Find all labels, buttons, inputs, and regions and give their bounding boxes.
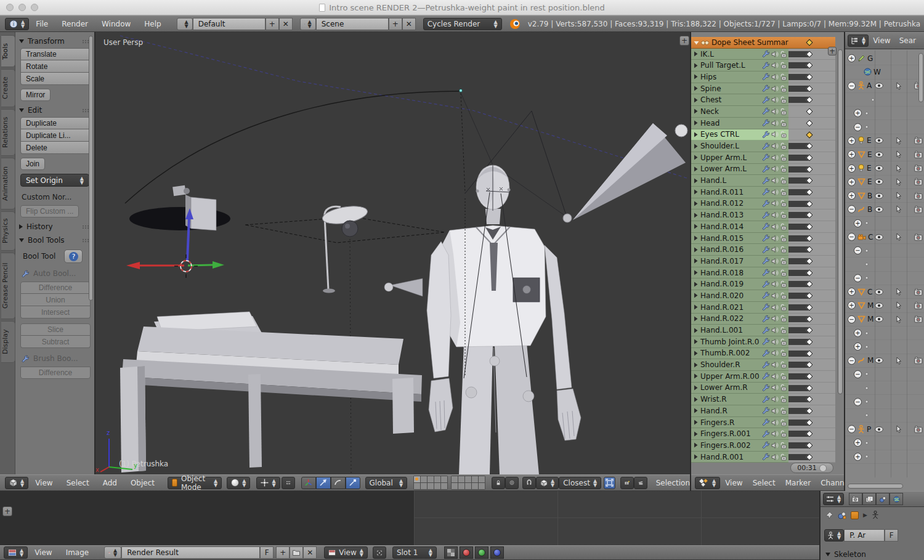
layer-toggle-1[interactable]: [414, 476, 420, 482]
layer-toggle-17[interactable]: [458, 483, 464, 489]
snap-toggle[interactable]: [522, 477, 536, 489]
visibility-eye-icon[interactable]: [875, 316, 883, 322]
selectable-cursor-icon[interactable]: [896, 301, 902, 309]
skeleton-panel-header[interactable]: Skeleton: [825, 550, 866, 559]
collapse-icon[interactable]: −: [848, 82, 856, 90]
image-name-field[interactable]: Render Result: [121, 546, 260, 559]
custom-normals-label[interactable]: Custom Nor...: [22, 193, 89, 201]
collapse-icon[interactable]: −: [854, 274, 862, 282]
expand-icon[interactable]: +: [854, 219, 862, 227]
outliner-row[interactable]: [845, 93, 924, 107]
bool-slice-button[interactable]: Slice: [20, 323, 91, 336]
dopesheet-editor[interactable]: Dope Sheet SummaryIK.LPull Target.LHipsS…: [691, 32, 844, 474]
renderable-camera-icon[interactable]: [914, 288, 923, 296]
layout-name-field[interactable]: Default: [193, 18, 265, 30]
selectable-cursor-icon[interactable]: [896, 288, 902, 296]
editor-type-selector-properties[interactable]: ▲▼: [823, 493, 844, 505]
channel-blue-button[interactable]: [490, 546, 504, 559]
outliner-row-b[interactable]: −B: [845, 203, 924, 216]
fake-user-button[interactable]: F: [260, 546, 274, 559]
renderable-camera-icon[interactable]: [914, 164, 923, 172]
dope-channel-hand-r-021[interactable]: Hand.R.021: [691, 302, 835, 314]
collapse-icon[interactable]: −: [848, 233, 856, 241]
object-breadcrumb-icon[interactable]: [851, 511, 859, 519]
visibility-eye-icon[interactable]: [875, 152, 883, 158]
collapse-icon[interactable]: −: [854, 246, 862, 254]
dope-channel-hand-r-012[interactable]: Hand.R.012: [691, 198, 835, 210]
layer-toggle-19[interactable]: [472, 483, 478, 489]
outliner-row-e[interactable]: +E: [845, 148, 924, 161]
outliner-row-m[interactable]: +M: [845, 299, 924, 312]
layer-toggle-14[interactable]: [472, 476, 478, 482]
layout-add-button[interactable]: +: [265, 18, 279, 30]
expand-icon[interactable]: +: [848, 164, 856, 172]
selectable-cursor-icon[interactable]: [896, 192, 902, 200]
outliner-row[interactable]: +: [845, 327, 924, 340]
dope-channel-shoulder-l[interactable]: Shoulder.L: [691, 140, 835, 152]
armature-name-field[interactable]: P. Ar: [844, 529, 885, 542]
dope-channel-hand-r-022[interactable]: Hand.R.022: [691, 314, 835, 325]
selectable-cursor-icon[interactable]: [896, 315, 902, 323]
renderable-camera-icon[interactable]: [914, 357, 923, 364]
viewport-3d[interactable]: User Persp (1) Petrushka z y x +: [95, 32, 690, 474]
dopesheet-region-expand-button[interactable]: +: [828, 47, 837, 55]
outliner-row-b[interactable]: +B: [845, 189, 924, 203]
tab-render-layers[interactable]: ♪: [862, 493, 876, 505]
layer-toggle-2[interactable]: [421, 476, 427, 482]
outliner-row-c[interactable]: +C: [845, 285, 924, 299]
tab-render[interactable]: [849, 493, 862, 505]
dope-channel-hand-r-020[interactable]: Hand.R.020: [691, 290, 835, 302]
dope-channel-spine[interactable]: Spine: [691, 83, 835, 95]
layer-toggle-12[interactable]: [458, 476, 464, 482]
visibility-eye-icon[interactable]: [875, 179, 883, 185]
dope-channel-chest[interactable]: Chest: [691, 94, 835, 106]
renderable-camera-icon[interactable]: [914, 178, 923, 185]
render-slot-dropdown[interactable]: Slot 1▲▼: [392, 546, 437, 559]
outliner-row[interactable]: +: [845, 107, 924, 120]
flip-custom-button[interactable]: Flip Custom ...: [20, 205, 79, 217]
renderable-camera-icon[interactable]: [914, 206, 923, 213]
set-origin-dropdown[interactable]: Set Origin▲▼: [20, 174, 89, 187]
dope-channel-fingers-r[interactable]: Fingers.R: [691, 417, 835, 429]
outliner-horizontal-scrollbar[interactable]: [848, 484, 903, 489]
current-frame-indicator[interactable]: 00:31: [790, 463, 833, 473]
outliner-row[interactable]: +: [845, 450, 924, 464]
toolshelf-tab-create[interactable]: Create: [1, 69, 15, 107]
transform-orientation-dropdown[interactable]: Global▲▼: [365, 477, 408, 489]
layout-delete-button[interactable]: ✕: [279, 18, 293, 30]
edit-duplicate-li-button[interactable]: Duplicate Li...: [20, 129, 91, 142]
dope-channel-hand-r-017[interactable]: Hand.R.017: [691, 256, 835, 267]
dope-channel-hips[interactable]: Hips: [691, 71, 835, 83]
outliner-row[interactable]: −: [845, 272, 924, 285]
expand-icon[interactable]: +: [848, 301, 856, 309]
image-pin-toggle[interactable]: [373, 546, 386, 559]
dope-channel-hand-l-001[interactable]: Hand.L.001: [691, 325, 835, 336]
viewport-menu-view[interactable]: View: [35, 479, 52, 487]
dope-channel-head[interactable]: Head: [691, 118, 835, 129]
join-button[interactable]: Join: [20, 158, 45, 170]
toolshelf-tab-physics[interactable]: Physics: [1, 211, 15, 251]
bool-brush-difference-button[interactable]: Difference: [20, 367, 91, 379]
transform-scale-button[interactable]: Scale: [20, 73, 91, 85]
editor-type-selector-info[interactable]: i ▲▼: [5, 18, 29, 30]
selectable-cursor-icon[interactable]: [896, 357, 902, 365]
dope-channel-thumb-joint-r-0[interactable]: Thumb Joint.R.0: [691, 336, 835, 348]
outliner-row-w[interactable]: W: [845, 65, 924, 79]
collapse-icon[interactable]: −: [848, 205, 856, 213]
bool-tool-help-button[interactable]: ?: [64, 250, 83, 263]
toolshelf-tab-display[interactable]: Display: [1, 321, 15, 363]
collapse-icon[interactable]: −: [854, 123, 862, 131]
armature-breadcrumb-icon[interactable]: [872, 511, 879, 519]
layer-toggle-11[interactable]: [452, 476, 458, 482]
lock-to-scene-toggle[interactable]: [492, 477, 505, 489]
image-view-mode-dropdown[interactable]: View▲▼: [324, 546, 368, 559]
dopesheet-scrollbar[interactable]: [838, 49, 843, 394]
expand-icon[interactable]: +: [848, 137, 856, 145]
image-editor-canvas[interactable]: +: [0, 491, 819, 545]
editor-type-selector-image[interactable]: ▲▼: [4, 546, 28, 559]
dope-channel-hand-r-011[interactable]: Hand.R.011: [691, 187, 835, 198]
snap-peel-toggle[interactable]: [604, 477, 615, 489]
outliner-row[interactable]: −: [845, 244, 924, 258]
visibility-eye-icon[interactable]: [875, 165, 883, 171]
dope-sheet-summary-row[interactable]: Dope Sheet Summary: [691, 37, 835, 49]
